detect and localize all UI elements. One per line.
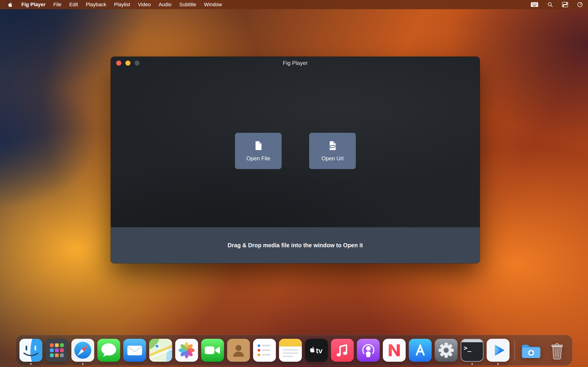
dock-item-safari[interactable] — [71, 339, 95, 362]
terminal-icon: >_ — [461, 339, 484, 362]
menu-subtitle[interactable]: Subtitle — [175, 2, 200, 8]
dock-item-reminders[interactable] — [253, 339, 276, 362]
open-file-label: Open File — [246, 155, 270, 162]
dock-item-photos[interactable] — [175, 339, 198, 362]
window-body — [111, 57, 480, 227]
dock-item-facetime[interactable] — [201, 339, 224, 362]
menu-video[interactable]: Video — [134, 2, 155, 8]
maps-icon — [149, 339, 172, 362]
dock-item-system-settings[interactable] — [435, 339, 458, 362]
music-icon — [331, 339, 354, 362]
dock-item-terminal[interactable]: >_ — [461, 339, 484, 362]
link-file-icon — [327, 140, 338, 152]
open-url-label: Open Url — [321, 155, 343, 162]
dock-item-trash[interactable] — [546, 339, 569, 362]
dock-item-downloads[interactable] — [520, 339, 543, 362]
photos-icon — [175, 339, 198, 362]
dock-item-notes[interactable] — [279, 339, 302, 362]
dock-divider — [515, 340, 515, 361]
dock-item-launchpad[interactable] — [45, 339, 69, 362]
svg-text:>_: >_ — [464, 344, 472, 352]
drop-hint-text: Drag & Drop media file into the window t… — [228, 242, 363, 249]
window-titlebar[interactable]: Fig Player — [111, 57, 480, 69]
dock-item-finder[interactable] — [19, 339, 43, 362]
news-icon — [383, 339, 406, 362]
dock-item-app-store[interactable] — [409, 339, 432, 362]
open-file-button[interactable]: Open File — [235, 133, 282, 169]
keyboard-icon[interactable] — [531, 2, 538, 7]
podcasts-icon — [357, 339, 380, 362]
dock-item-messages[interactable] — [97, 339, 120, 362]
window-title: Fig Player — [111, 57, 480, 69]
svg-text:tv: tv — [316, 347, 323, 355]
running-indicator — [471, 363, 473, 365]
launchpad-icon — [45, 339, 69, 362]
downloads-folder-icon — [520, 339, 543, 362]
mail-icon — [123, 339, 146, 362]
fig-player-window: Fig Player Open File Open Url Drag & Dro… — [111, 57, 480, 263]
dock-item-mail[interactable] — [123, 339, 146, 362]
app-store-icon — [409, 339, 432, 362]
file-icon — [253, 140, 264, 152]
fig-player-icon — [487, 339, 510, 362]
open-url-button[interactable]: Open Url — [309, 133, 356, 169]
notes-icon — [279, 339, 302, 362]
tv-icon: tv — [305, 339, 328, 362]
system-settings-icon — [435, 339, 458, 362]
search-icon[interactable] — [547, 2, 553, 8]
menu-playback[interactable]: Playback — [82, 2, 110, 8]
safari-icon — [71, 339, 95, 362]
menu-audio[interactable]: Audio — [155, 2, 175, 8]
menu-window[interactable]: Window — [200, 2, 226, 8]
menu-app-name[interactable]: Fig Player — [17, 2, 49, 8]
facetime-icon — [201, 339, 224, 362]
dock-item-maps[interactable] — [149, 339, 172, 362]
messages-icon — [97, 339, 120, 362]
desktop: Fig Player File Edit Playback Playlist V… — [0, 0, 588, 367]
apple-menu-icon[interactable] — [5, 2, 16, 8]
running-indicator — [30, 363, 32, 365]
dock: tv >_ — [16, 335, 573, 366]
contacts-icon — [227, 339, 250, 362]
dock-item-fig-player[interactable] — [487, 339, 510, 362]
menu-file[interactable]: File — [49, 2, 65, 8]
dock-item-music[interactable] — [331, 339, 354, 362]
dock-item-news[interactable] — [383, 339, 406, 362]
menu-playlist[interactable]: Playlist — [110, 2, 134, 8]
control-center-icon[interactable] — [562, 2, 568, 8]
dock-item-podcasts[interactable] — [357, 339, 380, 362]
menu-bar: Fig Player File Edit Playback Playlist V… — [0, 0, 588, 9]
running-indicator — [82, 363, 84, 365]
drop-zone[interactable]: Drag & Drop media file into the window t… — [111, 227, 480, 263]
dock-item-contacts[interactable] — [227, 339, 250, 362]
trash-icon — [546, 339, 569, 362]
menu-edit[interactable]: Edit — [65, 2, 82, 8]
reminders-icon — [253, 339, 276, 362]
running-indicator — [497, 363, 499, 365]
finder-icon — [19, 339, 43, 362]
dock-item-tv[interactable]: tv — [305, 339, 328, 362]
clock-icon[interactable] — [577, 2, 583, 8]
